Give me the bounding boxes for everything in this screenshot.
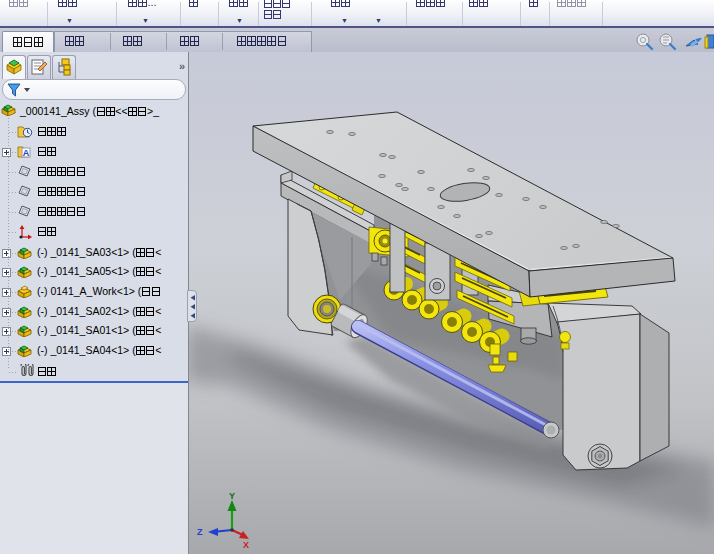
svg-text:A: A xyxy=(23,148,30,158)
svg-text:X: X xyxy=(243,540,249,550)
svg-text:Y: Y xyxy=(229,491,235,501)
svg-text:Z: Z xyxy=(197,527,203,537)
